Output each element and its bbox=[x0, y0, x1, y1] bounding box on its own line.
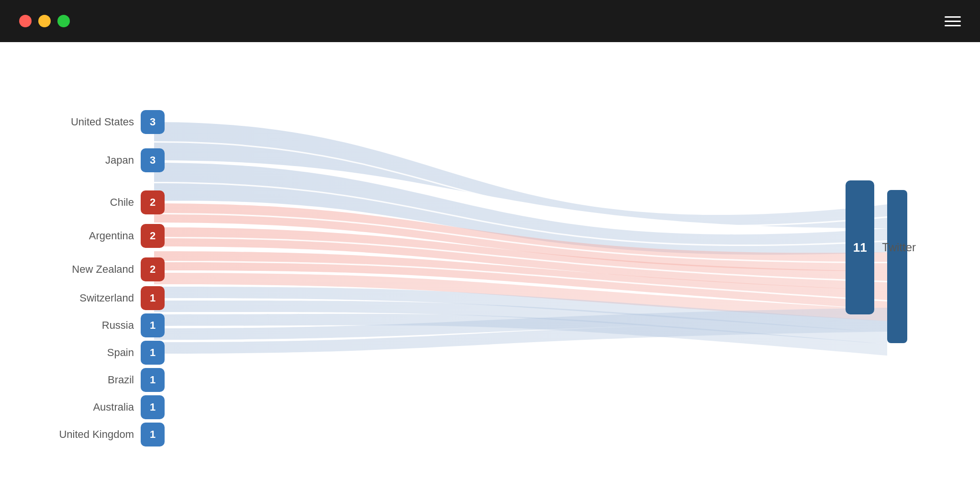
traffic-lights bbox=[19, 15, 70, 27]
minimize-button[interactable] bbox=[38, 15, 51, 27]
node-row-au: Australia 1 bbox=[55, 395, 165, 419]
node-row-uk: United Kingdom 1 bbox=[55, 423, 165, 446]
node-label-ru: Russia bbox=[55, 319, 141, 332]
twitter-label: Twitter bbox=[882, 241, 916, 254]
node-label-ar: Argentina bbox=[55, 230, 141, 242]
main-content: United States 3 Japan 3 Chile 2 Argentin… bbox=[0, 42, 980, 491]
node-badge-ru: 1 bbox=[141, 313, 165, 337]
node-label-cl: Chile bbox=[55, 196, 141, 209]
node-badge-cl: 2 bbox=[141, 190, 165, 214]
node-badge-us: 3 bbox=[141, 110, 165, 134]
menu-button[interactable] bbox=[945, 16, 961, 26]
node-badge-jp: 3 bbox=[141, 148, 165, 172]
node-row-ch: Switzerland 1 bbox=[55, 286, 165, 310]
node-label-ch: Switzerland bbox=[55, 292, 141, 304]
node-label-jp: Japan bbox=[55, 154, 141, 167]
node-row-us: United States 3 bbox=[55, 110, 165, 134]
twitter-badge: 11 bbox=[846, 180, 874, 314]
titlebar bbox=[0, 0, 980, 42]
node-row-es: Spain 1 bbox=[55, 341, 165, 365]
node-row-br: Brazil 1 bbox=[55, 368, 165, 392]
node-label-au: Australia bbox=[55, 401, 141, 413]
node-badge-br: 1 bbox=[141, 368, 165, 392]
node-row-ru: Russia 1 bbox=[55, 313, 165, 337]
node-badge-au: 1 bbox=[141, 395, 165, 419]
close-button[interactable] bbox=[19, 15, 32, 27]
maximize-button[interactable] bbox=[57, 15, 70, 27]
node-badge-ar: 2 bbox=[141, 224, 165, 248]
node-row-ar: Argentina 2 bbox=[55, 224, 165, 248]
node-badge-es: 1 bbox=[141, 341, 165, 365]
node-label-es: Spain bbox=[55, 346, 141, 359]
node-row-jp: Japan 3 bbox=[55, 148, 165, 172]
node-label-uk: United Kingdom bbox=[55, 428, 141, 441]
node-label-nz: New Zealand bbox=[55, 263, 141, 276]
node-label-us: United States bbox=[55, 116, 141, 128]
node-label-br: Brazil bbox=[55, 374, 141, 386]
node-row-cl: Chile 2 bbox=[55, 190, 165, 214]
chart-container: United States 3 Japan 3 Chile 2 Argentin… bbox=[35, 70, 945, 463]
node-badge-uk: 1 bbox=[141, 423, 165, 446]
node-badge-ch: 1 bbox=[141, 286, 165, 310]
node-row-nz: New Zealand 2 bbox=[55, 257, 165, 281]
node-badge-nz: 2 bbox=[141, 257, 165, 281]
right-node-twitter: 11 Twitter bbox=[846, 180, 916, 314]
sankey-svg bbox=[35, 70, 945, 463]
